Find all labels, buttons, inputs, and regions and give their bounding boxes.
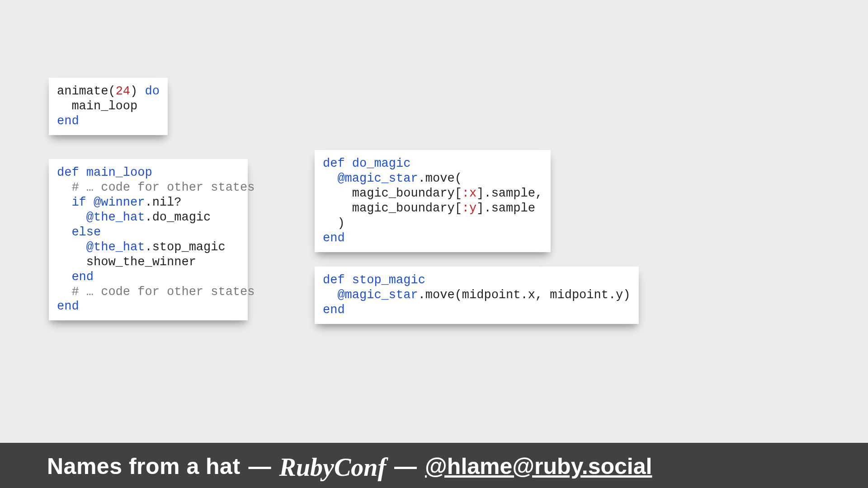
separator: — bbox=[394, 453, 417, 479]
code-block: def main_loop # … code for other states … bbox=[57, 165, 240, 314]
talk-title: Names from a hat bbox=[47, 453, 241, 479]
slide-stage: animate(24) do main_loop end def main_lo… bbox=[0, 0, 868, 488]
social-handle[interactable]: @hlame@ruby.social bbox=[425, 453, 652, 479]
code-block: animate(24) do main_loop end bbox=[57, 84, 160, 129]
code-block: def stop_magic @magic_star.move(midpoint… bbox=[323, 273, 631, 318]
separator: — bbox=[249, 453, 271, 479]
code-card-do-magic: def do_magic @magic_star.move( magic_bou… bbox=[315, 150, 551, 252]
footer-bar: Names from a hat — RubyConf — @hlame@rub… bbox=[0, 443, 868, 488]
conference-name: RubyConf bbox=[279, 453, 387, 482]
code-card-main-loop: def main_loop # … code for other states … bbox=[49, 159, 248, 320]
code-card-stop-magic: def stop_magic @magic_star.move(midpoint… bbox=[315, 267, 639, 324]
code-block: def do_magic @magic_star.move( magic_bou… bbox=[323, 156, 542, 246]
code-card-animate: animate(24) do main_loop end bbox=[49, 78, 168, 135]
